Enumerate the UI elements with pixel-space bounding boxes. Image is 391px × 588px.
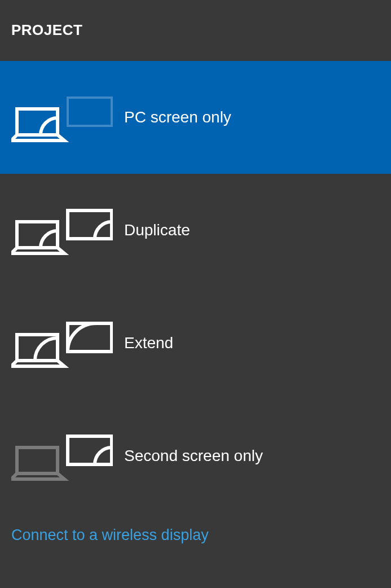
pc-screen-only-icon [11, 92, 124, 143]
svg-rect-5 [68, 323, 112, 352]
panel-title: PROJECT [11, 21, 391, 39]
duplicate-icon [11, 205, 124, 256]
option-label: PC screen only [124, 108, 231, 126]
second-screen-only-icon [11, 431, 124, 481]
svg-rect-6 [17, 447, 58, 473]
extend-icon [11, 318, 124, 368]
svg-rect-0 [17, 109, 58, 135]
option-label: Duplicate [124, 221, 190, 239]
option-extend[interactable]: Extend [0, 287, 391, 400]
connect-wireless-display-link[interactable]: Connect to a wireless display [11, 526, 209, 543]
panel-header: PROJECT [0, 0, 391, 61]
project-options-list: PC screen only Duplicate [0, 61, 391, 512]
svg-rect-1 [68, 98, 112, 126]
option-pc-screen-only[interactable]: PC screen only [0, 61, 391, 174]
option-duplicate[interactable]: Duplicate [0, 174, 391, 287]
svg-rect-2 [17, 222, 58, 248]
panel-footer: Connect to a wireless display [0, 526, 391, 588]
option-label: Extend [124, 334, 173, 352]
option-second-screen-only[interactable]: Second screen only [0, 400, 391, 512]
option-label: Second screen only [124, 447, 263, 465]
project-panel: PROJECT PC screen only [0, 0, 391, 588]
